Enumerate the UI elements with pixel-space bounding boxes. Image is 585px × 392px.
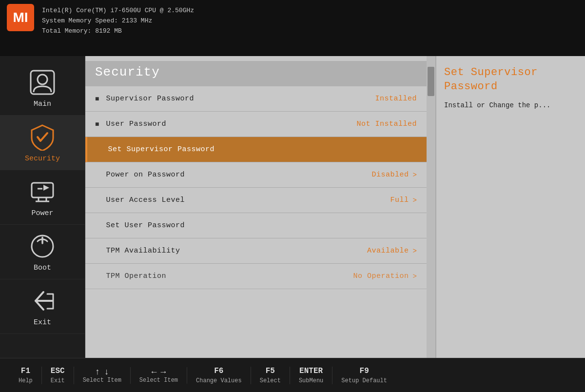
boot-icon — [28, 232, 57, 261]
esc-key-desc: Exit — [51, 377, 65, 384]
tpm-availability-label: TPM Availability — [106, 247, 367, 255]
set-user-password-label: Set User Password — [106, 221, 417, 230]
key-group-esc: ESC Exit — [42, 367, 74, 384]
set-supervisor-password-label: Set Supervisor Password — [108, 145, 417, 154]
right-panel: Set Supervisor Password Install or Chang… — [435, 56, 585, 358]
scrollbar-thumb[interactable] — [428, 67, 434, 96]
user-password-label: User Password — [106, 120, 356, 128]
f1-key-label: F1 — [21, 367, 30, 375]
svg-marker-4 — [43, 185, 49, 191]
total-memory: Total Memory: 8192 MB — [42, 26, 194, 37]
security-icon — [28, 122, 57, 152]
key-group-updown: ↑ ↓ Select Item — [74, 367, 131, 384]
tpm-operation-label: TPM Operation — [106, 272, 353, 280]
esc-key-label: ESC — [51, 367, 65, 375]
power-on-password-label: Power on Password — [106, 171, 371, 179]
sidebar: Main Security — [0, 56, 85, 358]
sidebar-exit-label: Exit — [34, 318, 51, 327]
leftright-key-desc: Select Item — [139, 377, 178, 384]
key-group-f9: F9 Setup Default — [332, 367, 396, 384]
main-area: Main Security — [0, 56, 585, 358]
supervisor-password-value: Installed — [375, 95, 417, 103]
menu-item-tpm-availability[interactable]: ■ TPM Availability Available > — [85, 238, 427, 264]
key-group-f1: F1 Help — [10, 367, 42, 384]
top-bar: MI Intel(R) Core(TM) i7-6500U CPU @ 2.50… — [0, 0, 585, 56]
svg-point-1 — [38, 75, 47, 84]
key-group-f5: F5 Select — [251, 367, 290, 384]
menu-item-power-on-password[interactable]: ■ Power on Password Disabled > — [85, 162, 427, 188]
exit-icon — [28, 286, 57, 315]
left-arrow-icon: ← — [152, 367, 157, 377]
tpm-operation-value: No Operation — [353, 272, 409, 280]
f9-key-desc: Setup Default — [341, 377, 387, 384]
f6-key-desc: Change Values — [196, 377, 242, 384]
memory-speed: System Memory Speed: 2133 MHz — [42, 16, 194, 26]
main-icon — [28, 68, 57, 97]
menu-item-set-supervisor-password[interactable]: ■ Set Supervisor Password — [85, 137, 427, 162]
sidebar-item-exit[interactable]: Exit — [0, 279, 85, 334]
bottom-bar: F1 Help ESC Exit ↑ ↓ Select Item ← → Sel… — [0, 358, 585, 392]
sidebar-boot-label: Boot — [34, 264, 51, 272]
content-area: Security ■ Supervisor Password Installed… — [85, 56, 585, 358]
sidebar-power-label: Power — [31, 209, 53, 217]
key-group-enter: ENTER SubMenu — [290, 367, 332, 384]
menu-item-user-access-level[interactable]: ■ User Access Level Full > — [85, 188, 427, 213]
key-group-leftright: ← → Select Item — [131, 367, 187, 384]
sidebar-security-label: Security — [25, 155, 60, 163]
key-group-f6: F6 Change Values — [187, 367, 251, 384]
menu-item-supervisor-password[interactable]: ■ Supervisor Password Installed — [85, 86, 427, 112]
menu-header: Security — [85, 61, 427, 86]
sidebar-main-label: Main — [34, 100, 51, 108]
menu-item-tpm-operation[interactable]: ■ TPM Operation No Operation > — [85, 264, 427, 289]
menu-item-set-user-password[interactable]: ■ Set User Password — [85, 213, 427, 238]
f5-key-label: F5 — [266, 367, 275, 375]
power-icon — [28, 177, 57, 206]
user-password-value: Not Installed — [356, 120, 417, 128]
updown-key-desc: Select Item — [83, 377, 121, 384]
help-text: Install or Change the p... — [444, 100, 577, 111]
f1-key-desc: Help — [19, 377, 33, 384]
f9-key-label: F9 — [360, 367, 369, 375]
scrollbar-track[interactable] — [427, 56, 435, 358]
user-access-level-value: Full — [390, 196, 409, 204]
help-title: Set Supervisor Password — [444, 66, 577, 94]
right-arrow-icon: → — [160, 367, 166, 377]
supervisor-password-label: Supervisor Password — [106, 95, 375, 103]
f6-key-label: F6 — [214, 367, 223, 375]
power-on-password-value: Disabled — [372, 171, 409, 179]
up-arrow-icon: ↑ — [95, 367, 100, 377]
down-arrow-icon: ↓ — [104, 367, 109, 377]
sidebar-item-security[interactable]: Security — [0, 116, 85, 170]
svg-rect-2 — [32, 183, 53, 197]
sidebar-item-boot[interactable]: Boot — [0, 225, 85, 279]
menu-panel: Security ■ Supervisor Password Installed… — [85, 56, 427, 358]
sidebar-item-power[interactable]: Power — [0, 170, 85, 225]
menu-item-user-password[interactable]: ■ User Password Not Installed — [85, 112, 427, 137]
user-access-level-label: User Access Level — [106, 196, 390, 204]
system-info: Intel(R) Core(TM) i7-6500U CPU @ 2.50GHz… — [42, 4, 194, 36]
enter-key-desc: SubMenu — [299, 377, 323, 384]
bullet-supervisor: ■ — [95, 95, 99, 103]
f5-key-desc: Select — [260, 377, 281, 384]
sidebar-item-main[interactable]: Main — [0, 61, 85, 116]
cpu-info: Intel(R) Core(TM) i7-6500U CPU @ 2.50GHz — [42, 6, 194, 16]
enter-key-label: ENTER — [299, 367, 323, 375]
power-on-password-arrow: > — [413, 171, 417, 179]
tpm-availability-arrow: > — [413, 247, 417, 255]
tpm-operation-arrow: > — [413, 273, 417, 280]
mi-logo: MI — [7, 4, 34, 31]
tpm-availability-value: Available — [367, 247, 409, 255]
bullet-user: ■ — [95, 120, 99, 128]
user-access-level-arrow: > — [413, 196, 417, 204]
